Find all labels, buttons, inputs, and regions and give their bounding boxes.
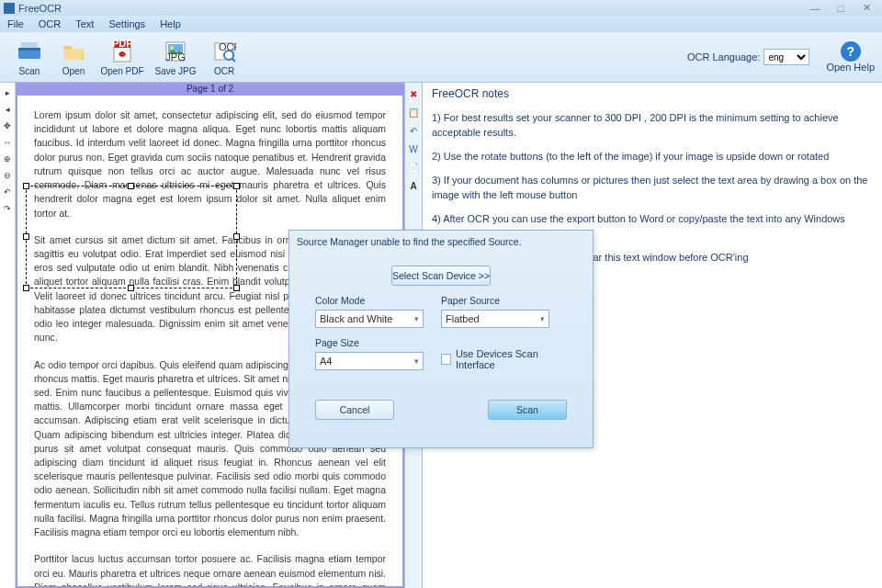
copy-icon[interactable]: 📋 — [406, 105, 421, 119]
selection-handle[interactable] — [128, 183, 134, 189]
close-button[interactable]: ✕ — [854, 2, 878, 15]
window-title: FreeOCR — [18, 3, 62, 14]
note-line: 2) Use the rotate buttons (to the left o… — [432, 150, 873, 164]
menu-ocr[interactable]: OCR — [39, 18, 61, 29]
open-button[interactable]: Open — [51, 34, 96, 80]
selection-handle[interactable] — [233, 183, 240, 189]
help-icon: ? — [841, 41, 861, 62]
select-scan-device-button[interactable]: Select Scan Device >> — [391, 266, 491, 286]
minimize-button[interactable]: — — [803, 2, 827, 15]
menu-text[interactable]: Text — [75, 18, 94, 29]
export-rtf-icon[interactable]: 📄 — [406, 160, 421, 175]
move-icon[interactable]: ✥ — [2, 119, 14, 131]
cancel-button[interactable]: Cancel — [315, 400, 394, 420]
open-help-button[interactable]: ? Open Help — [826, 41, 875, 73]
rotate-right-icon[interactable]: ↷ — [2, 202, 14, 214]
menu-settings[interactable]: Settings — [108, 18, 145, 29]
note-line: 1) For best results set your scanner to … — [432, 111, 873, 141]
selection-handle[interactable] — [233, 233, 240, 240]
left-side-tools: ▸ ◂ ✥ ↔ ⊕ ⊖ ↶ ↷ — [0, 83, 16, 588]
note-line: 3) If your document has columns or pictu… — [432, 174, 873, 203]
selection-handle[interactable] — [23, 183, 29, 189]
zoom-in-icon[interactable]: ⊕ — [2, 153, 14, 164]
arrow-left-icon[interactable]: ◂ — [2, 103, 14, 115]
clear-text-icon[interactable]: ✖ — [406, 86, 421, 101]
pdf-icon: PDF — [109, 39, 135, 64]
use-device-interface-checkbox[interactable]: Use Devices Scan Interface — [441, 348, 567, 370]
scan-confirm-button[interactable]: Scan — [488, 400, 567, 420]
selection-handle[interactable] — [23, 285, 29, 291]
notes-title: FreeOCR notes — [432, 86, 873, 102]
color-mode-label: Color Mode — [315, 295, 441, 306]
zoom-out-icon[interactable]: ⊖ — [2, 169, 14, 181]
page-text: Porttitor lacus luctus accumsan tortor p… — [34, 552, 386, 586]
ocr-icon: OCR — [211, 39, 237, 64]
selection-box[interactable] — [26, 186, 237, 288]
ocr-language-group: OCR Language: eng — [687, 49, 810, 65]
ocr-language-select[interactable]: eng — [763, 49, 809, 65]
jpg-icon: JPG — [163, 39, 188, 64]
paper-source-select[interactable]: Flatbed — [441, 310, 549, 328]
selection-handle[interactable] — [128, 285, 134, 291]
folder-icon — [61, 39, 86, 64]
page-indicator: Page 1 of 2 — [16, 83, 404, 96]
svg-point-8 — [170, 46, 174, 50]
dialog-error-text: Source Manager unable to find the specif… — [289, 231, 593, 253]
ocr-button[interactable]: OCR OCR — [202, 34, 246, 80]
page-size-label: Page Size — [315, 337, 441, 348]
color-mode-select[interactable]: Black and White — [315, 310, 424, 328]
menu-help[interactable]: Help — [160, 18, 181, 29]
checkbox-icon — [441, 354, 451, 365]
app-icon — [4, 3, 15, 14]
export-word-icon[interactable]: W — [406, 141, 421, 156]
font-icon[interactable]: A — [406, 178, 421, 193]
arrow-right-icon[interactable]: ▸ — [2, 86, 14, 98]
maximize-button[interactable]: □ — [829, 2, 853, 15]
titlebar: FreeOCR — □ ✕ — [0, 0, 882, 16]
page-size-select[interactable]: A4 — [315, 352, 424, 370]
svg-line-13 — [232, 59, 235, 62]
rotate-left-icon[interactable]: ↶ — [2, 186, 14, 198]
menu-file[interactable]: File — [7, 18, 24, 29]
open-pdf-button[interactable]: PDF Open PDF — [96, 34, 149, 80]
svg-text:JPG: JPG — [165, 51, 185, 62]
undo-icon[interactable]: ↶ — [406, 123, 421, 138]
save-jpg-button[interactable]: JPG Save JPG — [149, 34, 202, 80]
scanner-icon — [17, 39, 42, 64]
svg-text:PDF: PDF — [112, 40, 132, 49]
selection-handle[interactable] — [233, 285, 240, 291]
toolbar: Scan Open PDF Open PDF JPG Save JPG OCR … — [0, 32, 882, 83]
scan-dialog: Source Manager unable to find the specif… — [288, 230, 594, 448]
resize-icon[interactable]: ↔ — [2, 136, 14, 148]
menubar: File OCR Text Settings Help — [0, 16, 882, 32]
svg-rect-2 — [18, 48, 40, 51]
paper-source-label: Paper Source — [441, 295, 567, 306]
selection-handle[interactable] — [23, 233, 29, 240]
ocr-language-label: OCR Language: — [687, 51, 761, 62]
scan-button[interactable]: Scan — [7, 34, 51, 80]
